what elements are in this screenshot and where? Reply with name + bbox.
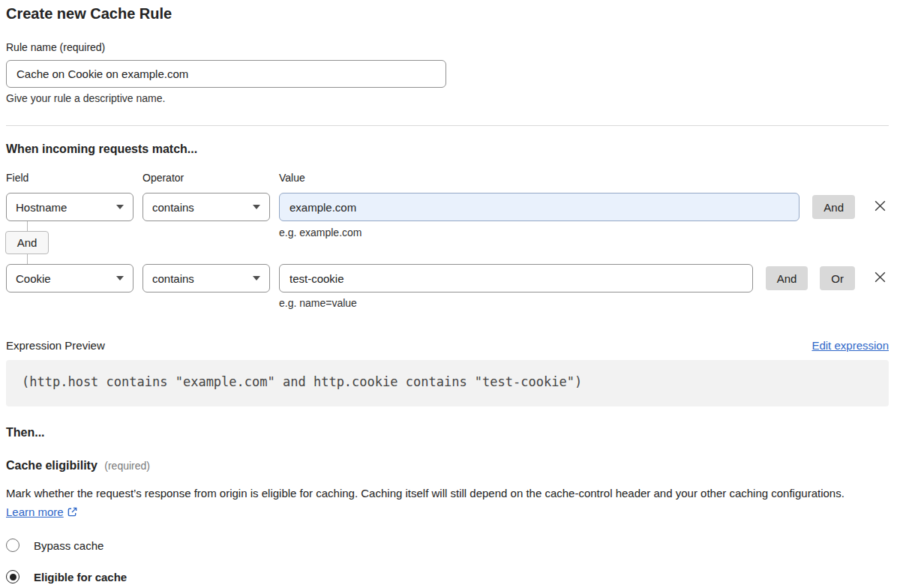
learn-more-link[interactable]: Learn more: [6, 506, 78, 518]
edit-expression-link[interactable]: Edit expression: [812, 339, 889, 352]
matcher-heading: When incoming requests match...: [6, 142, 889, 156]
value-hint-1: e.g. example.com: [279, 226, 362, 238]
expression-preview-label: Expression Preview: [6, 338, 105, 352]
radio-option-eligible-for-cache: Eligible for cache: [6, 570, 889, 584]
connector-line-bottom: [27, 254, 28, 264]
description-text: Mark whether the request’s response from…: [6, 487, 844, 500]
field-select-2[interactable]: Cookie: [6, 264, 134, 292]
rule-name-label: Rule name (required): [6, 41, 889, 54]
radio-option-bypass-cache: Bypass cache: [6, 538, 889, 552]
and-button-row-2[interactable]: And: [766, 266, 808, 290]
page-title: Create new Cache Rule: [6, 4, 889, 22]
remove-condition-button-2[interactable]: [872, 264, 889, 292]
operator-select-1-value: contains: [152, 201, 194, 214]
field-select-2-value: Cookie: [16, 272, 51, 285]
operator-select-2-value: contains: [152, 272, 194, 285]
row-2-actions: And Or: [766, 264, 855, 292]
column-labels: Field Operator Value: [6, 172, 889, 184]
row-1-actions: And: [812, 193, 855, 221]
rule-name-help: Give your rule a descriptive name.: [6, 92, 889, 105]
value-hint-2: e.g. name=value: [279, 297, 889, 309]
connector-column: And: [6, 221, 48, 264]
radio-bypass-cache-label: Bypass cache: [34, 539, 104, 552]
cache-eligibility-title: Cache eligibility: [6, 459, 98, 472]
and-button-row-1[interactable]: And: [812, 195, 855, 219]
rule-name-input[interactable]: [6, 60, 446, 88]
learn-more-label: Learn more: [6, 506, 64, 518]
chevron-down-icon: [253, 205, 260, 209]
operator-select-2[interactable]: contains: [142, 264, 270, 292]
connector-line-top: [27, 221, 28, 231]
required-badge: (required): [104, 460, 150, 472]
expression-code-box: (http.host contains "example.com" and ht…: [6, 360, 889, 406]
create-cache-rule-page: Create new Cache Rule Rule name (require…: [0, 0, 900, 584]
field-column-label: Field: [6, 172, 134, 184]
between-rows: And e.g. example.com: [6, 221, 889, 264]
condition-row-1: Hostname contains And: [6, 193, 889, 221]
cache-eligibility-description: Mark whether the request’s response from…: [6, 484, 889, 523]
section-divider: [6, 125, 889, 126]
value-input-2[interactable]: [279, 264, 753, 292]
operator-column-label: Operator: [142, 172, 270, 184]
operator-select-1[interactable]: contains: [142, 193, 270, 221]
radio-eligible-for-cache-label: Eligible for cache: [34, 571, 127, 584]
chevron-down-icon: [116, 205, 124, 209]
field-select-1-value: Hostname: [16, 201, 67, 214]
chevron-down-icon: [253, 276, 260, 280]
expression-code: (http.host contains "example.com" and ht…: [22, 374, 582, 389]
radio-bypass-cache[interactable]: [6, 538, 20, 552]
cache-eligibility-heading: Cache eligibility (required): [6, 458, 889, 473]
value-column-label: Value: [279, 172, 406, 184]
radio-eligible-for-cache[interactable]: [6, 570, 20, 584]
remove-condition-button-1[interactable]: [872, 193, 889, 221]
condition-row-2: Cookie contains And Or: [6, 264, 889, 292]
then-heading: Then...: [6, 425, 889, 440]
close-icon: [873, 199, 887, 215]
expression-header: Expression Preview Edit expression: [6, 338, 889, 352]
field-select-1[interactable]: Hostname: [6, 193, 134, 221]
close-icon: [873, 270, 887, 286]
chevron-down-icon: [116, 276, 124, 280]
connector-and-button[interactable]: And: [5, 231, 50, 254]
external-link-icon: [67, 507, 78, 520]
or-button-row-2[interactable]: Or: [820, 266, 855, 290]
value-input-1[interactable]: [279, 193, 800, 221]
